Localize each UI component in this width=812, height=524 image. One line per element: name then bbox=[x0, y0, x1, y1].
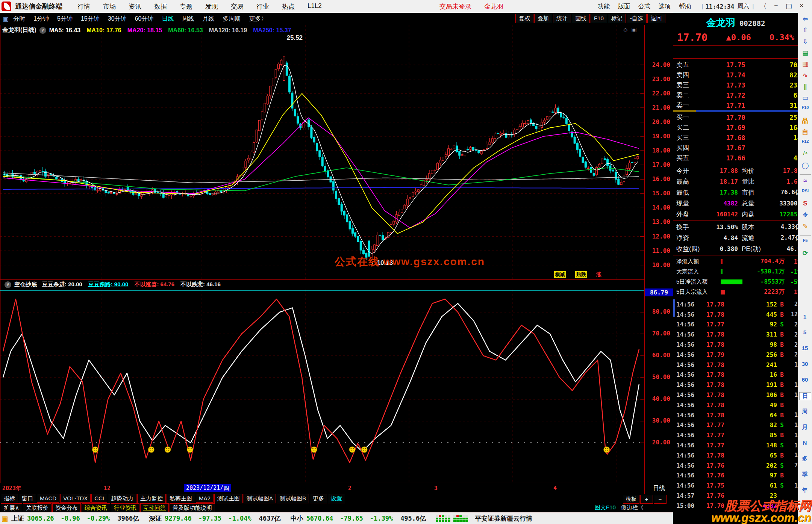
tab-窗口[interactable]: 窗口 bbox=[19, 494, 36, 503]
diamond-icon[interactable]: ◇ bbox=[623, 26, 628, 33]
period-日线[interactable]: 日线 bbox=[162, 15, 174, 23]
tab-指标[interactable]: 指标 bbox=[1, 494, 18, 503]
tab-趋势动力[interactable]: 趋势动力 bbox=[108, 494, 136, 503]
tab-CCI[interactable]: CCI bbox=[91, 494, 107, 503]
minimize-button[interactable]: − bbox=[770, 2, 782, 11]
rsi-icon[interactable]: RSI bbox=[798, 189, 812, 193]
tab-行业资讯[interactable]: 行业资讯 bbox=[111, 503, 139, 513]
toolbar-button--自选[interactable]: -自选 bbox=[627, 14, 647, 23]
menu-专题[interactable]: 专题 bbox=[180, 2, 192, 11]
s-icon[interactable]: S bbox=[798, 200, 812, 207]
toolbar-button-F10[interactable]: F10 bbox=[591, 14, 607, 23]
strip-period-15[interactable]: 15 bbox=[799, 345, 810, 351]
menu-公式[interactable]: 公式 bbox=[638, 3, 650, 11]
menu-行业[interactable]: 行业 bbox=[256, 2, 269, 11]
strip-period-30[interactable]: 30 bbox=[799, 361, 810, 367]
toolbar-button-返回[interactable]: 返回 bbox=[647, 14, 665, 23]
toolbar-button-叠加[interactable]: 叠加 bbox=[534, 14, 552, 23]
info-list-icon[interactable]: ▭ bbox=[798, 94, 812, 102]
menu-行情[interactable]: 行情 bbox=[77, 2, 90, 11]
tab-扩展∧[interactable]: 扩展∧ bbox=[1, 503, 22, 513]
structure-icon[interactable]: 品 bbox=[798, 116, 812, 125]
tab-设置[interactable]: 设置 bbox=[328, 494, 345, 503]
period-5分钟[interactable]: 5分钟 bbox=[57, 15, 73, 23]
tab-关联报价[interactable]: 关联报价 bbox=[23, 503, 52, 513]
kline-icon[interactable]: ∥ bbox=[798, 83, 812, 91]
menu-市场[interactable]: 市场 bbox=[103, 2, 116, 11]
main-candlestick-chart[interactable]: 25.52←10.18 bbox=[0, 25, 644, 279]
chevron-down-icon[interactable]: ∨ bbox=[5, 281, 11, 288]
quote-source-icon[interactable]: ▣ bbox=[2, 514, 8, 523]
menu-资讯[interactable]: 资讯 bbox=[129, 2, 141, 11]
strip-period-1[interactable]: 1 bbox=[799, 313, 810, 320]
tab-综合资讯[interactable]: 综合资讯 bbox=[82, 503, 110, 513]
indicator-name[interactable]: 空仓抄底 bbox=[14, 281, 37, 288]
toolbar-button-标记[interactable]: 标记 bbox=[608, 14, 626, 23]
chart-corner-icons[interactable]: ◇▣ bbox=[620, 26, 637, 33]
toolbar-button-复权[interactable]: 复权 bbox=[515, 14, 533, 23]
sidebar-collapse-icon[interactable]: 《 bbox=[638, 504, 644, 511]
trend-line-icon[interactable]: ∿ bbox=[798, 71, 812, 79]
menu-选项[interactable]: 选项 bbox=[659, 3, 671, 11]
tab-测试幅图B[interactable]: 测试幅图B bbox=[277, 494, 309, 503]
tab-普及版功能说明[interactable]: 普及版功能说明 bbox=[170, 503, 215, 513]
f12-icon[interactable]: F12 bbox=[798, 139, 812, 143]
tab-MA2[interactable]: MA2 bbox=[196, 494, 214, 503]
report-icon[interactable]: ▤ bbox=[798, 49, 812, 57]
indicator-chart[interactable] bbox=[0, 279, 644, 483]
period-1分钟[interactable]: 1分钟 bbox=[33, 15, 49, 23]
strip-period-60[interactable]: 60 bbox=[799, 376, 810, 383]
back-arrow-icon[interactable]: ⇦ bbox=[798, 15, 812, 23]
layout-icon[interactable]: ▣ bbox=[3, 15, 9, 23]
toolbar-button-画线[interactable]: 画线 bbox=[572, 14, 590, 23]
menu-热点[interactable]: 热点 bbox=[282, 2, 295, 11]
menu-发现[interactable]: 发现 bbox=[205, 2, 218, 11]
back-window-button[interactable]: 〈 bbox=[757, 2, 770, 11]
strip-period-周[interactable]: 周 bbox=[799, 408, 810, 415]
period-15分钟[interactable]: 15分钟 bbox=[81, 15, 100, 23]
close-button[interactable]: × bbox=[795, 2, 808, 11]
period-多周期[interactable]: 多周期 bbox=[223, 15, 241, 23]
panel-icon[interactable]: ▣ bbox=[632, 26, 637, 33]
period-30分钟[interactable]: 30分钟 bbox=[108, 15, 127, 23]
zoom-out-button[interactable]: − bbox=[654, 495, 667, 504]
strip-period-多[interactable]: 多 bbox=[799, 455, 810, 462]
refresh-icon[interactable]: ⟳ bbox=[798, 249, 812, 257]
f10-icon[interactable]: F10 bbox=[798, 105, 812, 110]
chevron-down-icon[interactable]: ∨ bbox=[39, 27, 46, 34]
tab-主力监控[interactable]: 主力监控 bbox=[137, 494, 166, 503]
strip-period-5[interactable]: 5 bbox=[799, 329, 810, 335]
template-button[interactable]: 模板 bbox=[623, 495, 639, 504]
menu-交易[interactable]: 交易 bbox=[231, 2, 244, 11]
zixuan-icon[interactable]: 自 bbox=[798, 128, 812, 136]
menu-版面[interactable]: 版面 bbox=[618, 3, 630, 11]
menu-帮助[interactable]: 帮助 bbox=[679, 3, 691, 11]
strip-period-日[interactable]: 日 bbox=[799, 392, 811, 400]
stock-shortcut[interactable]: 金龙羽 bbox=[484, 2, 503, 11]
tab-VOL-TDX[interactable]: VOL-TDX bbox=[60, 494, 91, 503]
tab-资金分布[interactable]: 资金分布 bbox=[52, 503, 81, 513]
strip-period-月[interactable]: 月 bbox=[799, 424, 810, 431]
tab-graphic-f10[interactable]: 图文F10 bbox=[595, 504, 616, 511]
strip-period-年[interactable]: 年 bbox=[799, 487, 810, 494]
multi-line-icon[interactable]: ≈ bbox=[798, 177, 812, 185]
move-icon[interactable]: ✥ bbox=[798, 211, 812, 219]
tab-更多[interactable]: 更多 bbox=[310, 494, 327, 503]
tab-MACD[interactable]: MACD bbox=[37, 494, 59, 503]
quote-table-icon[interactable]: ▦ bbox=[798, 60, 812, 68]
loop-icon[interactable]: ◯ bbox=[798, 162, 812, 169]
menu-功能[interactable]: 功能 bbox=[598, 3, 610, 11]
trade-login-status[interactable]: 交易未登录 bbox=[439, 2, 471, 11]
menu-数据[interactable]: 数据 bbox=[154, 2, 167, 11]
tab-私募主图[interactable]: 私募主图 bbox=[167, 494, 195, 503]
period-更多〉[interactable]: 更多〉 bbox=[249, 15, 267, 23]
tab-sidebar[interactable]: 侧边栏 bbox=[621, 504, 638, 511]
tab-测试幅图A[interactable]: 测试幅图A bbox=[244, 494, 276, 503]
restore-button[interactable]: ▢ bbox=[782, 2, 795, 11]
pencil-icon[interactable]: ✎ bbox=[798, 222, 812, 230]
period-label-box[interactable]: 日线 bbox=[645, 483, 673, 495]
strip-period-N[interactable]: N bbox=[799, 439, 810, 446]
f5-icon[interactable]: F5 bbox=[798, 238, 812, 243]
down-arrow-icon[interactable]: ⇩ bbox=[798, 38, 812, 45]
up-arrow-icon[interactable]: ⇧ bbox=[798, 26, 812, 34]
